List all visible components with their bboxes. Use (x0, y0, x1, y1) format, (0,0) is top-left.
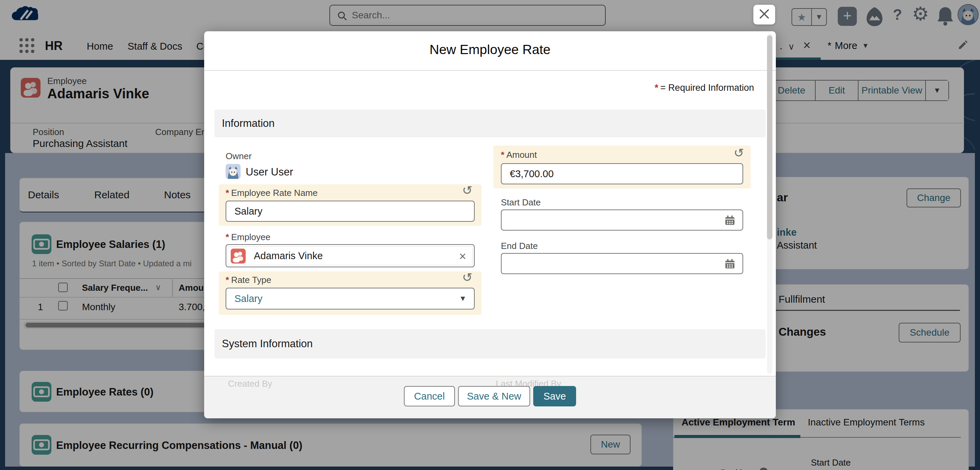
employee-label: * Employee (226, 232, 270, 243)
modal-close-button[interactable] (753, 5, 775, 24)
calendar-icon[interactable] (724, 258, 736, 272)
save-and-new-button[interactable]: Save & New (458, 386, 530, 406)
clear-x-icon[interactable]: × (459, 249, 466, 264)
dropdown-caret-icon: ▼ (459, 294, 466, 303)
rate-type-value: Salary (234, 293, 262, 304)
modal-footer: Created By Last Modified By Cancel Save … (204, 376, 776, 418)
modal-scrollbar-thumb[interactable] (767, 35, 772, 240)
owner-label: Owner (226, 151, 252, 162)
created-by-label-faded: Created By (228, 378, 272, 389)
section-information: Information (215, 110, 765, 137)
undo-icon[interactable]: ↺ (733, 147, 744, 159)
modal-title: New Employee Rate (204, 42, 776, 57)
modal-scrollbar-track[interactable] (767, 33, 772, 374)
amount-label: * Amount (501, 150, 537, 160)
modal-title-divider (204, 70, 776, 71)
employee-rate-name-label: * Employee Rate Name (226, 188, 318, 198)
field-label-text: Employee Rate Name (231, 188, 318, 198)
required-info-note: * = Required Information (655, 82, 754, 93)
employee-lookup-value: Adamaris Vinke (254, 250, 323, 262)
field-label-text: Amount (506, 150, 537, 160)
rate-type-label: * Rate Type (226, 275, 271, 285)
lookup-employee-icon (231, 249, 246, 264)
employee-lookup[interactable]: Adamaris Vinke × (226, 244, 475, 267)
required-note-text: = Required Information (660, 83, 754, 93)
end-date-input[interactable] (501, 253, 743, 274)
owner-avatar (226, 164, 240, 179)
cancel-button[interactable]: Cancel (404, 386, 455, 406)
new-employee-rate-modal: New Employee Rate * = Required Informati… (204, 31, 776, 418)
rate-type-select[interactable]: Salary ▼ (226, 288, 475, 310)
employee-lookup-inner: Adamaris Vinke × (228, 246, 473, 265)
undo-icon[interactable]: ↺ (462, 272, 472, 284)
required-asterisk: * (226, 275, 229, 285)
required-asterisk: * (226, 188, 229, 198)
owner-value[interactable]: User User (246, 166, 293, 178)
employee-rate-name-input[interactable]: Salary (226, 201, 475, 222)
calendar-icon[interactable] (724, 214, 736, 229)
required-asterisk: * (655, 82, 659, 93)
required-asterisk: * (501, 150, 504, 160)
required-asterisk: * (226, 232, 229, 243)
undo-icon[interactable]: ↺ (462, 184, 472, 197)
start-date-label: Start Date (501, 197, 541, 208)
field-label-text: Employee (231, 232, 270, 243)
end-date-label: End Date (501, 241, 538, 251)
section-system-information: System Information (215, 329, 765, 359)
field-label-text: Rate Type (231, 275, 271, 285)
save-button[interactable]: Save (533, 386, 576, 406)
screen: ★ ▼ + ? ⚙ HR Home Staff & Docs C (0, 0, 980, 470)
amount-input[interactable]: €3,700.00 (501, 163, 743, 184)
close-x-icon (759, 9, 769, 21)
start-date-input[interactable] (501, 210, 743, 230)
